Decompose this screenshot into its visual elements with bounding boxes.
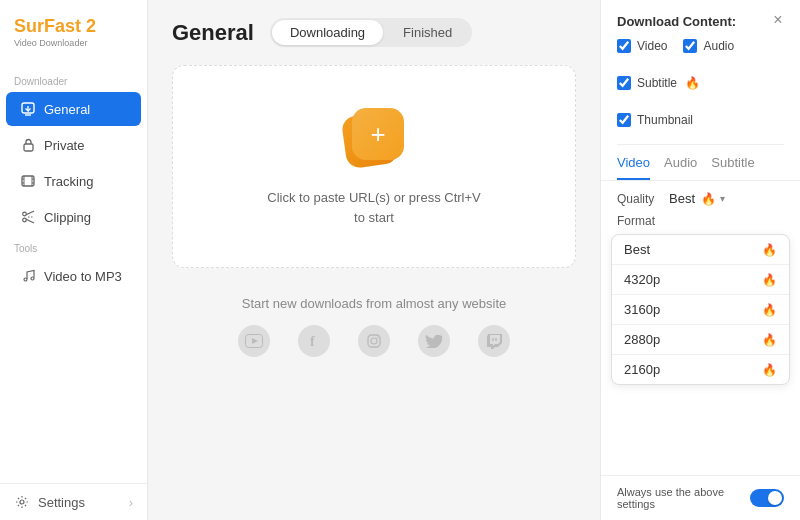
youtube-icon [238,325,270,357]
format-fire-3: 🔥 [762,333,777,347]
settings-item[interactable]: Settings › [0,483,147,520]
right-panel: × Download Content: Video Audio Subtitle… [600,0,800,520]
video-checkbox-label: Video [637,39,667,53]
tab-finished[interactable]: Finished [385,20,470,45]
video-checkbox[interactable] [617,39,631,53]
always-toggle[interactable] [750,489,784,507]
app-logo: SurFast 2 [14,16,133,37]
svg-point-16 [24,278,27,281]
format-fire-0: 🔥 [762,243,777,257]
twitch-icon [478,325,510,357]
sidebar-item-clipping-label: Clipping [44,210,91,225]
format-item-3160p[interactable]: 3160p 🔥 [612,295,789,325]
sidebar-item-private[interactable]: Private [6,128,141,162]
page-title: General [172,20,254,46]
download-icon [20,101,36,117]
quality-select[interactable]: Best 🔥 ▾ [669,191,725,206]
main-header: General Downloading Finished [148,0,600,61]
format-fire-2: 🔥 [762,303,777,317]
tools-section-label: Tools [0,235,147,258]
svg-line-14 [26,219,34,223]
logo-area: SurFast 2 Video Downloader [0,0,147,68]
sidebar-item-private-label: Private [44,138,84,153]
audio-checkbox[interactable] [683,39,697,53]
scissors-icon [20,209,36,225]
subtitle-checkbox-row: Subtitle 🔥 [617,76,700,90]
sidebar-item-clipping[interactable]: Clipping [6,200,141,234]
tab-downloading[interactable]: Downloading [272,20,383,45]
sidebar-item-video-to-mp3[interactable]: Video to MP3 [6,259,141,293]
svg-point-12 [23,218,27,222]
sidebar-item-general-label: General [44,102,90,117]
subtitle-checkbox-label: Subtitle [637,76,677,90]
media-tab-subtitle[interactable]: Subtitle [711,155,754,180]
sidebar-item-general[interactable]: General [6,92,141,126]
svg-rect-22 [368,335,380,347]
main-content: General Downloading Finished + Click to … [148,0,600,520]
quality-fire-icon: 🔥 [701,192,716,206]
svg-marker-20 [252,338,258,344]
svg-line-13 [26,211,34,215]
sidebar-item-video-to-mp3-label: Video to MP3 [44,269,122,284]
downloader-section-label: Downloader [0,68,147,91]
settings-chevron-icon: › [129,495,133,510]
svg-point-17 [31,277,34,280]
lock-icon [20,137,36,153]
format-fire-4: 🔥 [762,363,777,377]
video-checkbox-row: Video [617,39,667,53]
twitter-icon [418,325,450,357]
thumbnail-checkbox-label: Thumbnail [637,113,693,127]
subtitle-fire-icon: 🔥 [685,76,700,90]
svg-point-18 [20,500,24,504]
app-subtitle: Video Downloader [14,38,133,48]
plus-icon: + [370,121,385,147]
app-name: SurFast [14,16,81,36]
close-button[interactable]: × [768,10,788,30]
panel-title: Download Content: [617,14,784,29]
main-body: + Click to paste URL(s) or press Ctrl+V … [148,61,600,520]
site-icons: f [238,325,510,357]
app-version: 2 [86,16,96,36]
format-fire-1: 🔥 [762,273,777,287]
sidebar-item-tracking[interactable]: Tracking [6,164,141,198]
format-dropdown: Best 🔥 4320p 🔥 3160p 🔥 2880p 🔥 2160p 🔥 [611,234,790,385]
gear-icon [14,494,30,510]
promo-text: Start new downloads from almost any webs… [242,296,506,311]
drop-text: Click to paste URL(s) or press Ctrl+V to… [267,188,480,227]
audio-checkbox-label: Audio [703,39,734,53]
drop-zone[interactable]: + Click to paste URL(s) or press Ctrl+V … [172,65,576,268]
svg-text:f: f [310,334,315,349]
svg-point-24 [377,337,379,339]
music-icon [20,268,36,284]
drop-icon: + [340,106,408,174]
quality-label: Quality [617,192,661,206]
svg-point-11 [23,212,27,216]
settings-label: Settings [38,495,85,510]
facebook-icon: f [298,325,330,357]
instagram-icon [358,325,390,357]
toggle-thumb [768,491,782,505]
sidebar: SurFast 2 Video Downloader Downloader Ge… [0,0,148,520]
quality-value: Best [669,191,695,206]
drop-icon-front: + [352,108,404,160]
thumbnail-checkbox-row: Thumbnail [617,113,693,127]
always-text: Always use the above settings [617,486,742,510]
film-icon [20,173,36,189]
format-item-2880p[interactable]: 2880p 🔥 [612,325,789,355]
quality-row: Quality Best 🔥 ▾ [601,181,800,212]
media-tab-audio[interactable]: Audio [664,155,697,180]
svg-rect-3 [24,144,33,151]
tab-group: Downloading Finished [270,18,472,47]
media-tabs: Video Audio Subtitle [601,145,800,181]
subtitle-checkbox[interactable] [617,76,631,90]
always-row: Always use the above settings [601,475,800,520]
format-item-best[interactable]: Best 🔥 [612,235,789,265]
sidebar-item-tracking-label: Tracking [44,174,93,189]
format-label: Format [601,212,800,232]
svg-point-23 [371,338,377,344]
quality-chevron-icon: ▾ [720,193,725,204]
media-tab-video[interactable]: Video [617,155,650,180]
format-item-4320p[interactable]: 4320p 🔥 [612,265,789,295]
thumbnail-checkbox[interactable] [617,113,631,127]
format-item-2160p[interactable]: 2160p 🔥 [612,355,789,384]
